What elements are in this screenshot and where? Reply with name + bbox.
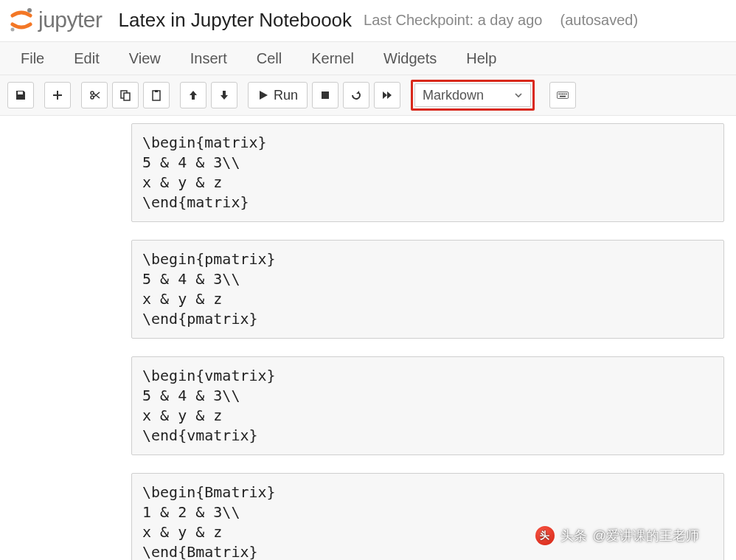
svg-rect-10: [562, 94, 563, 95]
restart-button[interactable]: [343, 82, 369, 108]
svg-rect-5: [155, 90, 158, 92]
restart-run-all-button[interactable]: [374, 82, 400, 108]
run-button[interactable]: Run: [248, 82, 308, 108]
menu-insert[interactable]: Insert: [183, 44, 249, 73]
stop-button[interactable]: [312, 82, 339, 108]
plus-icon: [52, 89, 63, 101]
run-label: Run: [274, 88, 298, 103]
cell-content[interactable]: \begin{matrix} 5 & 4 & 3\\ x & y & z \en…: [142, 133, 713, 212]
svg-rect-12: [566, 94, 567, 95]
svg-rect-7: [557, 92, 568, 99]
cell-content[interactable]: \begin{vmatrix} 5 & 4 & 3\\ x & y & z \e…: [142, 366, 713, 446]
menubar: File Edit View Insert Cell Kernel Widget…: [0, 41, 736, 75]
jupyter-logo-icon: [9, 7, 34, 32]
notebook-cell[interactable]: \begin{matrix} 5 & 4 & 3\\ x & y & z \en…: [131, 123, 724, 222]
menu-widgets[interactable]: Widgets: [376, 44, 459, 73]
notebook-cell[interactable]: \begin{Bmatrix} 1 & 2 & 3\\ x & y & z \e…: [131, 473, 724, 560]
move-up-button[interactable]: [180, 82, 206, 108]
autosaved-text: (autosaved): [560, 12, 638, 29]
menu-help[interactable]: Help: [459, 44, 518, 73]
svg-rect-8: [558, 94, 560, 95]
cell-type-select[interactable]: Markdown: [414, 83, 531, 107]
svg-rect-6: [322, 91, 329, 99]
add-cell-button[interactable]: [44, 82, 71, 108]
watermark: 头 头条 @爱讲课的王老师: [535, 526, 699, 545]
header: jupyter Latex in Jupyter Noteboook Last …: [0, 0, 736, 41]
cell-content[interactable]: \begin{pmatrix} 5 & 4 & 3\\ x & y & z \e…: [142, 249, 713, 329]
notebook-title[interactable]: Latex in Jupyter Noteboook: [119, 9, 353, 32]
keyboard-icon: [557, 89, 569, 101]
cell-type-highlight: Markdown: [411, 80, 535, 111]
command-palette-button[interactable]: [549, 82, 576, 108]
chevron-down-icon: [514, 91, 523, 100]
paste-button[interactable]: [143, 82, 170, 108]
paste-icon: [150, 89, 162, 101]
jupyter-logo[interactable]: jupyter: [9, 7, 103, 32]
stop-icon: [319, 89, 331, 101]
checkpoint-text: Last Checkpoint: a day ago: [364, 12, 542, 29]
arrow-up-icon: [187, 89, 199, 101]
notebook-area: \begin{matrix} 5 & 4 & 3\\ x & y & z \en…: [0, 116, 736, 560]
logo-text: jupyter: [38, 7, 103, 32]
svg-point-0: [27, 8, 32, 13]
scissors-icon: [88, 89, 100, 101]
menu-kernel[interactable]: Kernel: [304, 44, 376, 73]
svg-rect-11: [564, 94, 566, 95]
move-down-button[interactable]: [211, 82, 237, 108]
watermark-text: @爱讲课的王老师: [593, 527, 699, 545]
save-button[interactable]: [7, 82, 34, 108]
save-icon: [15, 89, 27, 101]
menu-file[interactable]: File: [13, 44, 66, 73]
cell-content[interactable]: \begin{Bmatrix} 1 & 2 & 3\\ x & y & z \e…: [142, 483, 713, 560]
refresh-icon: [350, 89, 362, 101]
notebook-cell[interactable]: \begin{vmatrix} 5 & 4 & 3\\ x & y & z \e…: [131, 356, 724, 455]
cut-button[interactable]: [81, 82, 108, 108]
copy-button[interactable]: [112, 82, 139, 108]
svg-rect-9: [560, 94, 562, 95]
play-icon: [257, 89, 269, 101]
notebook-cell[interactable]: \begin{pmatrix} 5 & 4 & 3\\ x & y & z \e…: [131, 240, 724, 339]
menu-view[interactable]: View: [122, 44, 183, 73]
watermark-icon: 头: [535, 526, 555, 545]
watermark-prefix: 头条: [560, 527, 587, 545]
copy-icon: [119, 89, 131, 101]
svg-rect-3: [124, 93, 130, 100]
menu-edit[interactable]: Edit: [66, 44, 121, 73]
toolbar: Run Markdown: [0, 75, 736, 116]
arrow-down-icon: [218, 89, 230, 101]
fast-forward-icon: [381, 89, 393, 101]
cell-type-value: Markdown: [423, 88, 484, 103]
svg-point-1: [11, 28, 15, 32]
menu-cell[interactable]: Cell: [249, 44, 304, 73]
svg-rect-13: [560, 96, 566, 97]
